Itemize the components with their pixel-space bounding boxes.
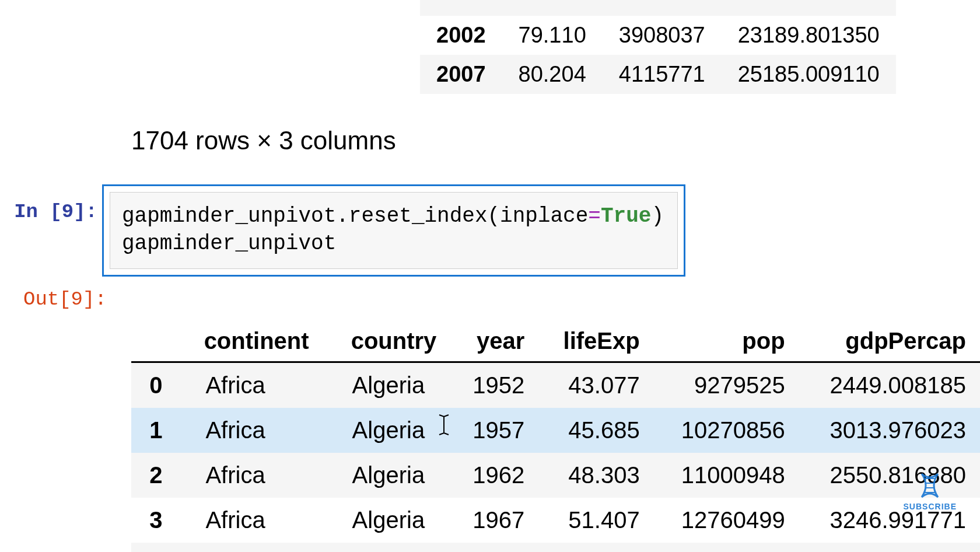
prev-table-cell: 3908037	[603, 16, 722, 55]
code-close-paren: )	[651, 204, 664, 228]
table-header-row: continentcountryyearlifeExppopgdpPercap	[131, 321, 980, 362]
table-cell: 1967	[450, 498, 538, 543]
table-cell: 1957	[450, 408, 538, 453]
column-header: year	[450, 321, 538, 362]
table-cell: 43.077	[538, 362, 653, 408]
code-text: gapminder_unpivot.reset_index(inplace	[122, 204, 588, 228]
column-header: lifeExp	[538, 321, 653, 362]
prev-table-cell: 23189.801350	[722, 16, 896, 55]
prev-table-cell: 25185.009110	[722, 55, 896, 94]
dataframe-shape-label: 1704 rows × 3 columns	[131, 126, 980, 155]
table-cell: Africa	[176, 362, 323, 408]
table-cell: 45.685	[538, 408, 653, 453]
table-cell: Africa	[176, 498, 323, 543]
table-cell: Africa	[176, 408, 323, 453]
table-row: 0AfricaAlgeria195243.07792795252449.0081…	[131, 362, 980, 408]
table-cell: 48.303	[538, 453, 653, 498]
prev-table-row: 200279.110390803723189.801350	[420, 16, 896, 55]
column-header: pop	[654, 321, 799, 362]
table-cell: 2	[131, 453, 176, 498]
table-cell: 11000948	[654, 453, 799, 498]
prev-table-cell: 4115771	[603, 55, 722, 94]
table-cell: Algeria	[323, 543, 451, 552]
table-row: 3AfricaAlgeria196751.407127604993246.991…	[131, 498, 980, 543]
table-cell: Algeria	[323, 498, 451, 543]
table-row: 2AfricaAlgeria196248.303110009482550.816…	[131, 453, 980, 498]
prev-table-cell: 2002	[420, 16, 502, 55]
notebook-container: 199777.550367618721050.413770200279.1103…	[0, 0, 980, 552]
table-row: 4AfricaAlgeria197254.518147607874182.663…	[131, 543, 980, 552]
column-header	[131, 321, 176, 362]
output-prompt: Out[9]:	[12, 288, 102, 310]
column-header: country	[323, 321, 451, 362]
table-cell: 10270856	[654, 408, 799, 453]
code-editor[interactable]: gapminder_unpivot.reset_index(inplace=Tr…	[110, 192, 678, 269]
dna-helix-icon	[916, 471, 944, 499]
table-cell: Algeria	[323, 362, 451, 408]
input-prompt: In [9]:	[12, 184, 102, 223]
table-cell: 3	[131, 498, 176, 543]
prev-table-cell: 79.110	[502, 16, 603, 55]
prev-table-cell: 2007	[420, 55, 502, 94]
column-header: continent	[176, 321, 323, 362]
table-cell: 1952	[450, 362, 538, 408]
table-cell: 51.407	[538, 498, 653, 543]
table-row: 1AfricaAlgeria195745.685102708563013.976…	[131, 408, 980, 453]
prev-table-row: 200780.204411577125185.009110	[420, 55, 896, 94]
prev-output-table: 199777.550367618721050.413770200279.1103…	[420, 0, 896, 94]
table-cell: 1972	[450, 543, 538, 552]
prev-table-cell: 3676187	[603, 0, 722, 16]
table-cell: 1	[131, 408, 176, 453]
table-cell: 14760787	[654, 543, 799, 552]
table-cell: 12760499	[654, 498, 799, 543]
table-cell: 4182.663766	[799, 543, 980, 552]
output-cell-9: Out[9]:	[12, 288, 980, 310]
prev-table-cell: 21050.413770	[722, 0, 896, 16]
table-cell: 54.518	[538, 543, 653, 552]
code-line2: gapminder_unpivot	[122, 232, 336, 256]
input-cell-9: In [9]: gapminder_unpivot.reset_index(in…	[12, 184, 980, 277]
output-dataframe-table: continentcountryyearlifeExppopgdpPercap …	[131, 321, 980, 552]
code-bool: True	[601, 204, 651, 228]
table-cell: Algeria	[323, 453, 451, 498]
prev-table-cell: 80.204	[502, 55, 603, 94]
code-equals: =	[588, 204, 601, 228]
prev-table-row: 199777.550367618721050.413770	[420, 0, 896, 16]
table-cell: 2449.008185	[799, 362, 980, 408]
prev-table-cell: 77.550	[502, 0, 603, 16]
table-cell: Africa	[176, 453, 323, 498]
subscribe-badge[interactable]: SUBSCRIBE	[904, 471, 957, 511]
column-header: gdpPercap	[799, 321, 980, 362]
table-cell: 3013.976023	[799, 408, 980, 453]
table-cell: Algeria	[323, 408, 451, 453]
table-cell: 1962	[450, 453, 538, 498]
table-cell: Africa	[176, 543, 323, 552]
table-cell: 4	[131, 543, 176, 552]
code-input-area[interactable]: gapminder_unpivot.reset_index(inplace=Tr…	[102, 184, 685, 277]
subscribe-label: SUBSCRIBE	[904, 502, 957, 511]
table-cell: 0	[131, 362, 176, 408]
prev-table-cell: 1997	[420, 0, 502, 16]
table-cell: 9279525	[654, 362, 799, 408]
